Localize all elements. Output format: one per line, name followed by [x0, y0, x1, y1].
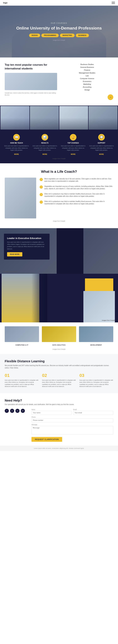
- step-num-1: 01: [5, 373, 39, 378]
- stat-support: 💬 SUPPORT Duis aute irure dolor in repre…: [87, 134, 116, 156]
- social-linkedin[interactable]: in: [16, 409, 20, 413]
- life-coach-section: What Is a Life Coach? ✓ Most vegetables …: [0, 163, 118, 228]
- step-text-1: Duis aute irure dolor in reprehenderit i…: [5, 379, 39, 388]
- flex-steps: 01 Duis aute irure dolor in reprehenderi…: [5, 373, 113, 388]
- hero-btn-marketing[interactable]: MARKETING: [60, 34, 75, 37]
- step-num-2: 02: [42, 373, 76, 378]
- leader-description: Duis aute irure dolor in reprehenderit i…: [7, 241, 46, 250]
- stat-desc-courses: Duis aute irure dolor in reprehenderit i…: [60, 145, 86, 152]
- flexible-heading: Flexible Distance Learning: [5, 360, 113, 363]
- category-img-dev: [79, 326, 113, 342]
- course-item: Economics: [61, 80, 113, 83]
- help-left: f y in G+: [5, 409, 27, 442]
- help-content: f y in G+ Name Email Phone: [5, 409, 113, 442]
- help-form: Name Email Phone Message REQUEST CLARIFI…: [32, 409, 113, 442]
- leader-credit: Images from Freepik: [4, 271, 17, 272]
- header: logo: [0, 0, 118, 6]
- course-item: Finance: [61, 68, 113, 72]
- leader-section: Leader in Executive Education Duis aute …: [0, 228, 118, 274]
- flex-step-3: 03 Duis aute irure dolor in reprehenderi…: [79, 373, 113, 388]
- life-coach-heading: What Is a Life Coach?: [5, 170, 113, 174]
- hero-btn-business[interactable]: BUSINESS: [76, 34, 89, 37]
- stats-credit: Images from Freepik: [2, 158, 116, 160]
- social-facebook[interactable]: f: [5, 409, 9, 413]
- name-field-group: Name: [32, 409, 72, 415]
- phone-label: Phone: [32, 416, 113, 418]
- life-point-text-3: Diets rich in potassium may help to main…: [44, 193, 113, 198]
- email-field-group: Email: [73, 409, 113, 415]
- life-point-2: ✓ Vegetables are important sources of ma…: [40, 185, 113, 190]
- popular-heading: Top ten most popular courses for interna…: [5, 63, 57, 70]
- stat-more-results[interactable]: MORE: [43, 154, 47, 155]
- hero-btn-design[interactable]: DESIGN: [29, 34, 40, 37]
- popular-right: Business Studies General Business Financ…: [61, 63, 113, 100]
- request-button[interactable]: REQUEST CLARIFICATION: [32, 437, 62, 442]
- form-row-1: Name Email: [32, 409, 113, 415]
- student-photo-right: [83, 291, 115, 322]
- check-icon-2: ✓: [40, 186, 43, 188]
- category-development: DEVELOPMENT: [79, 326, 113, 346]
- stat-desc-results: Duis aute irure dolor in reprehenderit i…: [32, 145, 58, 152]
- hero-subtitle: Our Courses: [16, 22, 102, 24]
- form-row-2: Phone: [32, 416, 113, 422]
- message-input[interactable]: [32, 426, 113, 434]
- arrow-button[interactable]: →: [108, 94, 113, 100]
- popular-section: Top ten most popular courses for interna…: [0, 58, 118, 106]
- photo-cell-4: [89, 106, 117, 130]
- check-icon-3: ✓: [40, 193, 43, 196]
- stat-title-support: SUPPORT: [89, 142, 114, 144]
- name-label: Name: [32, 409, 72, 410]
- leader-text-box: Leader in Executive Education Duis aute …: [4, 234, 50, 260]
- name-input[interactable]: [32, 411, 72, 415]
- social-twitter[interactable]: y: [10, 409, 14, 413]
- course-item: Marketing: [61, 83, 113, 86]
- category-label-dev: DEVELOPMENT: [90, 344, 102, 346]
- hero-credit: Image from Freepik: [16, 40, 102, 41]
- stat-how-we-teach: 📖 HOW WE TEACH Duis aute irure dolor in …: [2, 134, 31, 156]
- form-row-3: Message: [32, 424, 113, 435]
- stat-desc-support: Duis aute irure dolor in reprehenderit i…: [89, 145, 114, 152]
- leader-read-more-button[interactable]: READ MORE: [7, 252, 22, 256]
- life-point-3: ✓ Diets rich in potassium may help to ma…: [40, 193, 113, 198]
- footer-text: Lorem ipsum dolor sit amet, consectetur …: [3, 448, 115, 449]
- category-img-data: [42, 326, 76, 342]
- social-icons-row: f y in G+: [5, 409, 27, 413]
- photo-cell-1: [1, 106, 29, 130]
- stat-icon-teach: 📖: [13, 134, 20, 140]
- stat-icon-support: 💬: [98, 134, 105, 140]
- category-data-analytics: DATA ANALYTICS: [42, 326, 76, 346]
- popular-sample-text: Sample text. Click to select the text bo…: [5, 92, 57, 96]
- course-item: Design: [61, 88, 113, 91]
- logo: logo: [3, 2, 8, 4]
- check-icon-4: ✓: [40, 200, 43, 204]
- email-input[interactable]: [73, 411, 113, 415]
- stat-more-support[interactable]: MORE: [99, 154, 104, 155]
- course-item: Computer Science: [61, 77, 113, 80]
- stat-more-teach[interactable]: MORE: [14, 154, 19, 155]
- email-label: Email: [73, 409, 113, 410]
- course-item: Business Studies: [61, 63, 113, 66]
- leader-heading: Leader in Executive Education: [7, 237, 46, 240]
- life-point-text-2: Vegetables are important sources of many…: [44, 185, 113, 190]
- life-coach-content: ✓ Most vegetables are naturally low in f…: [5, 178, 113, 218]
- photo-cell-2: [30, 106, 59, 130]
- menu-button[interactable]: [112, 2, 115, 4]
- stat-title-teach: HOW WE TEACH: [4, 142, 29, 144]
- flex-step-2: 02 Duis aute irure dolor in reprehenderi…: [42, 373, 76, 388]
- hero-btn-programming[interactable]: PROGRAMMING: [41, 34, 59, 37]
- life-coach-points: ✓ Most vegetables are naturally low in f…: [40, 178, 113, 218]
- help-subtitle: Our specialists will consult you for det…: [5, 403, 113, 406]
- life-point-text-4: Diets rich in potassium may help to main…: [44, 200, 113, 205]
- social-google[interactable]: G+: [21, 409, 25, 413]
- step-text-2: Duis aute irure dolor in reprehenderit i…: [42, 379, 76, 388]
- help-heading: Need Help?: [5, 399, 113, 402]
- course-item: Management Studies: [61, 72, 113, 74]
- teacher-credit: Images from Freepik: [102, 320, 115, 321]
- life-coach-image: [5, 178, 36, 218]
- course-item: Accounting: [61, 86, 113, 88]
- phone-input[interactable]: [32, 418, 113, 422]
- flexible-subtitle: We provide flexible and 24/7 online lear…: [5, 364, 113, 369]
- help-section: Need Help? Our specialists will consult …: [0, 393, 118, 446]
- stat-more-courses[interactable]: MORE: [71, 154, 75, 155]
- popular-left: Top ten most popular courses for interna…: [5, 63, 57, 100]
